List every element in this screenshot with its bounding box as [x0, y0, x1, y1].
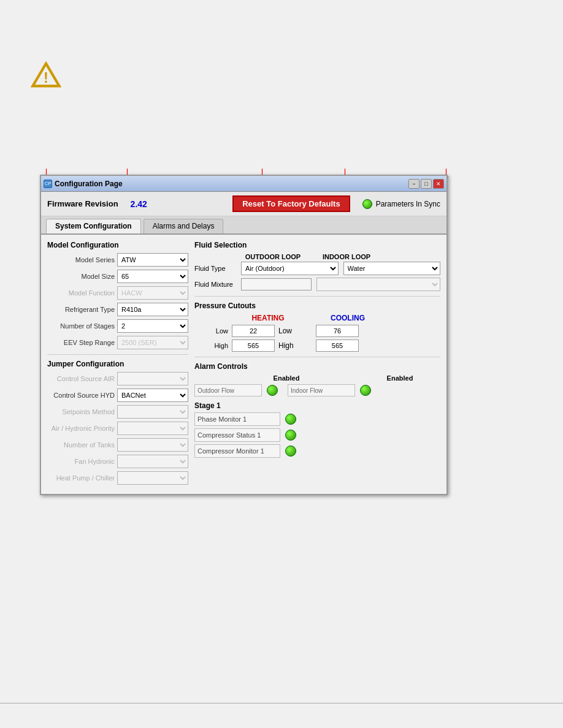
fluid-loop-headers: OUTDOOR LOOP INDOOR LOOP	[236, 253, 440, 260]
indoor-loop-header: INDOOR LOOP	[310, 253, 383, 260]
stage-1-section: Stage 1	[194, 401, 440, 458]
tab-alarms-and-delays[interactable]: Alarms and Delays	[144, 219, 224, 233]
number-of-stages-select[interactable]: 2 1 3	[117, 319, 188, 333]
restore-button[interactable]: □	[421, 179, 432, 189]
number-of-stages-row: Number of Stages 2 1 3	[47, 319, 188, 333]
air-hydronic-priority-select[interactable]	[117, 422, 188, 435]
number-of-tanks-row: Number of Tanks	[47, 438, 188, 452]
fluid-type-indoor-select[interactable]: Water Glycol Air	[343, 262, 441, 275]
flow-alarm-row	[194, 384, 440, 396]
model-function-label: Model Function	[47, 289, 115, 297]
pressure-low-row: Low Low	[194, 325, 440, 337]
title-bar-left: CP Configuration Page	[44, 180, 123, 188]
control-source-air-row: Control Source AIR	[47, 372, 188, 385]
refrigerant-type-select[interactable]: R410a R22 R407C	[117, 303, 188, 316]
model-series-select[interactable]: ATW ATA ATH	[117, 253, 188, 267]
window-controls: − □ ✕	[408, 179, 444, 189]
control-source-hyd-select[interactable]: BACNet Modbus None	[117, 389, 188, 402]
pressure-cutouts-title: Pressure Cutouts	[194, 301, 440, 310]
phase-monitor-1-led	[285, 414, 296, 425]
phase-monitor-row	[194, 412, 440, 426]
jumper-config-title: Jumper Configuration	[47, 360, 188, 368]
pressure-high-row: High High	[194, 339, 440, 352]
fluid-mixture-outdoor-input[interactable]	[241, 278, 312, 290]
tabs-bar: System Configuration Alarms and Delays	[41, 216, 446, 235]
model-config-title: Model Configuration	[47, 241, 188, 249]
firmware-label: Firmware Revision	[47, 199, 118, 208]
control-source-hyd-row: Control Source HYD BACNet Modbus None	[47, 389, 188, 402]
compressor-monitor-row	[194, 444, 440, 458]
tab-system-configuration[interactable]: System Configuration	[46, 219, 141, 233]
phase-monitor-1-input	[194, 412, 280, 426]
minimize-button[interactable]: −	[408, 179, 419, 189]
alarm-enabled-label-2: Enabled	[378, 374, 421, 382]
sync-led	[362, 199, 372, 209]
heat-pump-chiller-select[interactable]	[117, 471, 188, 485]
alarm-controls-section: Alarm Controls Enabled Enabled	[194, 362, 440, 396]
alarm-controls-title: Alarm Controls	[194, 362, 440, 371]
model-size-label: Model Size	[47, 273, 115, 280]
right-panel: Fluid Selection OUTDOOR LOOP INDOOR LOOP…	[188, 241, 440, 488]
heating-column-header: HEATING	[228, 314, 308, 322]
fan-hydronic-select[interactable]	[117, 455, 188, 468]
configuration-window: CP Configuration Page − □ ✕ Firmware Rev…	[40, 175, 448, 495]
alarm-enabled-label-1: Enabled	[265, 374, 308, 382]
model-function-row: Model Function HACW	[47, 286, 188, 300]
control-source-air-label: Control Source AIR	[47, 375, 115, 382]
eev-step-range-row: EEV Step Range 2500 (SER)	[47, 336, 188, 349]
heat-pump-chiller-label: Heat Pump / Chiller	[47, 474, 115, 482]
compressor-status-1-input	[194, 428, 280, 442]
model-function-select[interactable]: HACW	[117, 286, 188, 300]
compressor-status-row	[194, 428, 440, 442]
heating-label: HEATING	[251, 314, 284, 322]
eev-step-range-select[interactable]: 2500 (SER)	[117, 336, 188, 349]
fluid-selection-title: Fluid Selection	[194, 241, 440, 249]
fluid-type-outdoor-select[interactable]: Air (Outdoor) Water Glycol	[241, 262, 339, 275]
reset-factory-defaults-button[interactable]: Reset To Factory Defaults	[232, 195, 350, 212]
indoor-flow-input	[288, 384, 355, 396]
left-panel: Model Configuration Model Series ATW ATA…	[47, 241, 188, 488]
pressure-gap-2: High	[278, 341, 312, 350]
model-size-row: Model Size 65 35 50 80	[47, 270, 188, 283]
control-source-hyd-label: Control Source HYD	[47, 392, 115, 399]
window-icon: CP	[44, 180, 52, 188]
warning-area: !	[31, 61, 61, 90]
warning-triangle-icon: !	[31, 61, 61, 88]
fan-hydronic-label: Fan Hydronic	[47, 458, 115, 465]
refrigerant-type-row: Refrigerant Type R410a R22 R407C	[47, 303, 188, 316]
control-source-air-select[interactable]	[117, 372, 188, 385]
content-area: Model Configuration Model Series ATW ATA…	[41, 235, 446, 494]
model-size-select[interactable]: 65 35 50 80	[117, 270, 188, 283]
model-series-label: Model Series	[47, 256, 115, 264]
close-button[interactable]: ✕	[433, 179, 444, 189]
fluid-mixture-label: Fluid Mixture	[194, 281, 236, 288]
compressor-status-1-led	[285, 430, 296, 441]
setpoints-method-label: Setpoints Method	[47, 408, 115, 415]
svg-text:!: !	[44, 70, 48, 86]
setpoints-method-row: Setpoints Method	[47, 405, 188, 419]
air-hydronic-priority-row: Air / Hydronic Priority	[47, 422, 188, 435]
sync-label: Parameters In Sync	[376, 200, 440, 208]
number-of-tanks-select[interactable]	[117, 438, 188, 452]
setpoints-method-select[interactable]	[117, 405, 188, 419]
title-bar: CP Configuration Page − □ ✕	[41, 176, 446, 192]
number-of-tanks-label: Number of Tanks	[47, 441, 115, 449]
heating-low-input[interactable]	[232, 325, 275, 337]
cooling-high-input[interactable]	[316, 339, 359, 352]
pressure-col-headers: HEATING COOLING	[228, 314, 440, 322]
compressor-monitor-1-led	[285, 446, 296, 457]
alarm-header-row: Enabled Enabled	[194, 374, 440, 382]
heating-high-input[interactable]	[232, 339, 275, 352]
compressor-monitor-1-input	[194, 444, 280, 458]
fluid-mixture-indoor-select[interactable]	[316, 278, 440, 291]
model-series-row: Model Series ATW ATA ATH	[47, 253, 188, 267]
window-title: Configuration Page	[55, 180, 123, 188]
heat-pump-chiller-row: Heat Pump / Chiller	[47, 471, 188, 485]
cooling-low-input[interactable]	[316, 325, 359, 337]
fluid-type-row: Fluid Type Air (Outdoor) Water Glycol Wa…	[194, 262, 440, 275]
bottom-line	[0, 703, 563, 703]
stage-1-title: Stage 1	[194, 401, 440, 410]
fluid-selection-section: Fluid Selection OUTDOOR LOOP INDOOR LOOP…	[194, 241, 440, 291]
number-of-stages-label: Number of Stages	[47, 322, 115, 330]
fan-hydronic-row: Fan Hydronic	[47, 455, 188, 468]
